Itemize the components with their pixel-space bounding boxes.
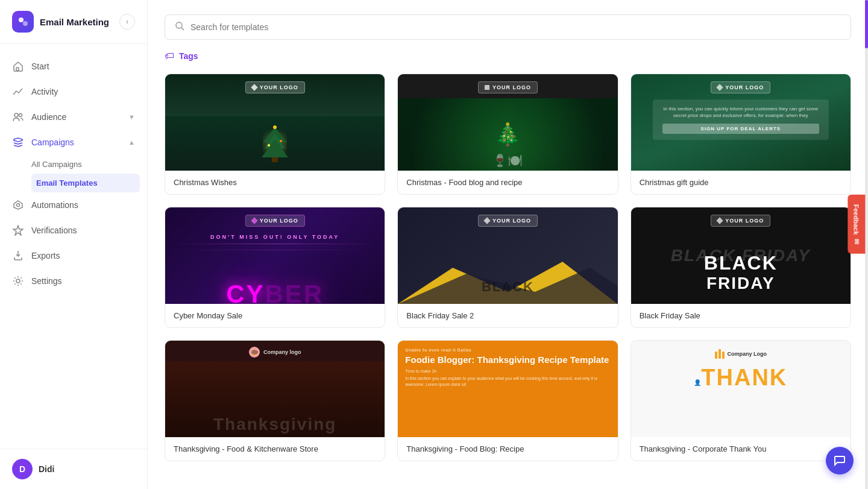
svg-point-0: [19, 17, 24, 22]
template-name-thanksgiving-food: Thanksgiving - Food & Kitchenware Store: [165, 437, 385, 461]
template-name-christmas-gift: Christmas gift guide: [631, 171, 851, 194]
sidebar-item-settings[interactable]: Settings: [0, 268, 147, 294]
app-title: Email Marketing: [40, 17, 109, 27]
user-name: Didi: [39, 464, 54, 474]
template-card-cyber-monday[interactable]: YOUR LOGO DON'T MISS OUT! ONLY TODAY CYB…: [165, 207, 385, 328]
main-content: 🏷 Tags YOUR LOGO: [148, 0, 868, 489]
chevron-down-icon: ▼: [128, 113, 135, 121]
template-card-thanksgiving-food[interactable]: 🍩 Company logo Thanksgiving Thanksgiving…: [165, 340, 385, 461]
template-name-thanksgiving-blog: Thanksgiving - Food Blog: Recipe: [398, 437, 617, 461]
template-grid: YOUR LOGO: [165, 74, 851, 461]
template-name-christmas-wishes: Christmas Wishes: [165, 171, 385, 194]
template-preview-christmas-wishes: YOUR LOGO: [165, 74, 385, 171]
sidebar-item-verifications-label: Verifications: [31, 226, 77, 235]
sidebar-item-start-label: Start: [31, 62, 49, 71]
sidebar-item-automations-label: Automations: [31, 200, 78, 210]
campaigns-subnav: All Campaigns Email Templates: [0, 155, 147, 192]
sidebar-item-all-campaigns[interactable]: All Campaigns: [31, 155, 147, 174]
app-logo: [12, 11, 34, 33]
template-preview-thanksgiving-blog: Unable to even read it Dallas Foodie Blo…: [398, 341, 617, 437]
scrollbar-thumb[interactable]: [865, 0, 868, 48]
sidebar-nav: Start Activity Audience ▼: [0, 44, 147, 449]
template-preview-black-friday-2: YOUR LOGO BLACK: [398, 207, 617, 304]
sidebar-item-activity[interactable]: Activity: [0, 79, 147, 104]
sidebar-item-start[interactable]: Start: [0, 54, 147, 79]
exports-icon: [12, 250, 24, 262]
template-name-black-friday: Black Friday Sale: [631, 304, 851, 327]
template-name-cyber-monday: Cyber Monday Sale: [165, 304, 385, 327]
svg-point-1: [23, 21, 28, 26]
svg-point-17: [273, 125, 277, 129]
template-preview-black-friday: YOUR LOGO BLACK FRIDAY BLACKFRIDAY: [631, 207, 851, 304]
template-card-black-friday-2[interactable]: YOUR LOGO BLACK Black Friday Sale: [397, 207, 618, 328]
svg-point-4: [19, 114, 22, 117]
sidebar-item-activity-label: Activity: [31, 87, 58, 96]
feedback-tab[interactable]: Feedback ✉: [848, 194, 866, 253]
scrollbar-track[interactable]: [865, 0, 868, 489]
svg-rect-14: [272, 157, 278, 162]
svg-point-6: [17, 204, 20, 207]
sidebar-item-email-templates[interactable]: Email Templates: [31, 174, 140, 192]
sidebar-item-campaigns-label: Campaigns: [31, 137, 74, 147]
template-preview-thanksgiving-corporate: Company Logo 👤 THANK: [631, 341, 851, 437]
chevron-up-icon: ▲: [128, 139, 135, 146]
sidebar-user: D Didi: [0, 449, 147, 489]
tag-icon: 🏷: [165, 51, 174, 62]
template-preview-thanksgiving-food: 🍩 Company logo Thanksgiving: [165, 341, 385, 437]
sidebar-header: Email Marketing ‹: [0, 0, 147, 44]
feedback-icon: ✉: [853, 238, 861, 244]
template-card-christmas-food[interactable]: YOUR LOGO 🎄 🍷🍽️ Christmas - Food blog an…: [397, 74, 618, 195]
avatar: D: [12, 459, 33, 479]
template-name-black-friday-2: Black Friday Sale 2: [398, 304, 617, 327]
sidebar-item-exports[interactable]: Exports: [0, 243, 147, 268]
template-card-thanksgiving-corporate[interactable]: Company Logo 👤 THANK Thanksgiving - Corp…: [631, 340, 851, 461]
feedback-label: Feedback: [853, 204, 860, 235]
settings-icon: [12, 275, 24, 287]
verifications-icon: [12, 224, 24, 236]
svg-point-15: [268, 144, 270, 147]
chart-icon: [12, 86, 24, 98]
svg-marker-5: [14, 201, 22, 209]
sidebar-item-verifications[interactable]: Verifications: [0, 218, 147, 243]
sidebar-collapse-button[interactable]: ‹: [119, 14, 135, 30]
chat-button[interactable]: [826, 447, 854, 475]
svg-rect-2: [16, 68, 19, 71]
search-input[interactable]: [190, 22, 841, 32]
template-preview-christmas-gift: YOUR LOGO In this section, you can quick…: [631, 74, 851, 171]
campaigns-icon: [12, 136, 24, 148]
svg-point-16: [280, 140, 282, 142]
template-name-thanksgiving-corporate: Thanksgiving - Corporate Thank You: [631, 437, 851, 461]
search-icon: [175, 21, 184, 33]
sidebar-item-campaigns[interactable]: Campaigns ▲: [0, 130, 147, 155]
template-card-black-friday[interactable]: YOUR LOGO BLACK FRIDAY BLACKFRIDAY Black…: [631, 207, 851, 328]
sidebar-item-settings-label: Settings: [31, 276, 62, 286]
sidebar: Email Marketing ‹ Start Activity: [0, 0, 148, 489]
svg-point-8: [16, 279, 20, 283]
sidebar-item-audience-label: Audience: [31, 112, 66, 122]
sidebar-item-automations[interactable]: Automations: [0, 192, 147, 218]
svg-point-9: [176, 22, 182, 28]
svg-line-10: [181, 28, 184, 30]
template-preview-cyber-monday: YOUR LOGO DON'T MISS OUT! ONLY TODAY CYB…: [165, 207, 385, 304]
tags-row: 🏷 Tags: [165, 51, 851, 62]
template-name-christmas-food: Christmas - Food blog and recipe: [398, 171, 617, 194]
sidebar-item-audience[interactable]: Audience ▼: [0, 104, 147, 130]
template-card-christmas-gift[interactable]: YOUR LOGO In this section, you can quick…: [631, 74, 851, 195]
template-card-christmas-wishes[interactable]: YOUR LOGO: [165, 74, 385, 195]
home-icon: [12, 60, 24, 72]
template-preview-christmas-food: YOUR LOGO 🎄 🍷🍽️: [398, 74, 617, 171]
tags-label: Tags: [179, 51, 198, 61]
automations-icon: [12, 199, 24, 211]
template-card-thanksgiving-blog[interactable]: Unable to even read it Dallas Foodie Blo…: [397, 340, 618, 461]
sidebar-item-exports-label: Exports: [31, 251, 60, 260]
search-bar[interactable]: [165, 14, 851, 40]
svg-point-3: [14, 113, 18, 117]
audience-icon: [12, 111, 24, 123]
